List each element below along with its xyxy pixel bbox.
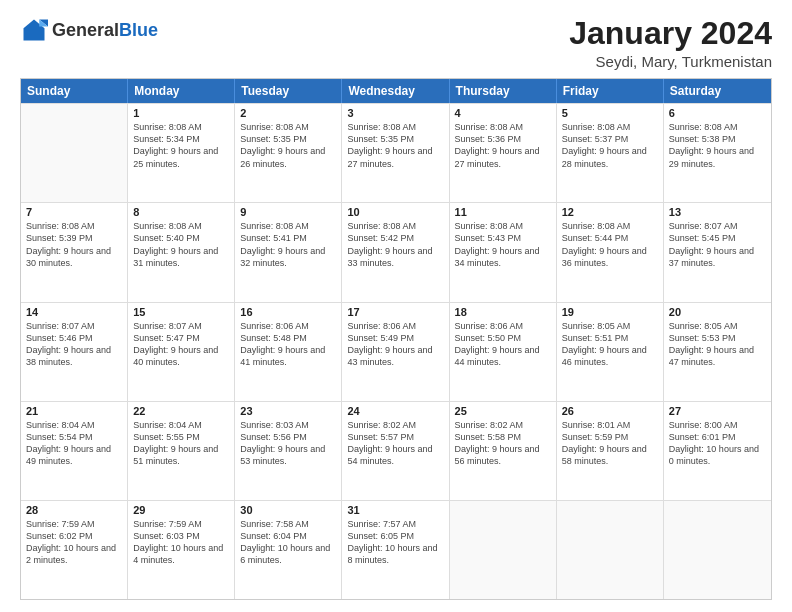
cell-sun-info: Sunrise: 7:58 AMSunset: 6:04 PMDaylight:…	[240, 518, 336, 567]
cell-sun-info: Sunrise: 8:06 AMSunset: 5:50 PMDaylight:…	[455, 320, 551, 369]
day-number: 3	[347, 107, 443, 119]
logo-icon	[20, 16, 48, 44]
day-number: 25	[455, 405, 551, 417]
cell-sun-info: Sunrise: 8:07 AMSunset: 5:46 PMDaylight:…	[26, 320, 122, 369]
cell-sun-info: Sunrise: 8:05 AMSunset: 5:51 PMDaylight:…	[562, 320, 658, 369]
table-row	[664, 501, 771, 599]
cell-sun-info: Sunrise: 8:04 AMSunset: 5:54 PMDaylight:…	[26, 419, 122, 468]
day-number: 19	[562, 306, 658, 318]
table-row: 1Sunrise: 8:08 AMSunset: 5:34 PMDaylight…	[128, 104, 235, 202]
calendar-row-1: 7Sunrise: 8:08 AMSunset: 5:39 PMDaylight…	[21, 202, 771, 301]
location-title: Seydi, Mary, Turkmenistan	[569, 53, 772, 70]
cell-sun-info: Sunrise: 8:08 AMSunset: 5:34 PMDaylight:…	[133, 121, 229, 170]
cell-sun-info: Sunrise: 8:08 AMSunset: 5:41 PMDaylight:…	[240, 220, 336, 269]
calendar-row-2: 14Sunrise: 8:07 AMSunset: 5:46 PMDayligh…	[21, 302, 771, 401]
cell-sun-info: Sunrise: 8:08 AMSunset: 5:37 PMDaylight:…	[562, 121, 658, 170]
header-day-tuesday: Tuesday	[235, 79, 342, 103]
cell-sun-info: Sunrise: 8:08 AMSunset: 5:43 PMDaylight:…	[455, 220, 551, 269]
table-row: 11Sunrise: 8:08 AMSunset: 5:43 PMDayligh…	[450, 203, 557, 301]
day-number: 14	[26, 306, 122, 318]
table-row: 31Sunrise: 7:57 AMSunset: 6:05 PMDayligh…	[342, 501, 449, 599]
day-number: 7	[26, 206, 122, 218]
table-row: 3Sunrise: 8:08 AMSunset: 5:35 PMDaylight…	[342, 104, 449, 202]
table-row: 12Sunrise: 8:08 AMSunset: 5:44 PMDayligh…	[557, 203, 664, 301]
cell-sun-info: Sunrise: 8:00 AMSunset: 6:01 PMDaylight:…	[669, 419, 766, 468]
table-row: 25Sunrise: 8:02 AMSunset: 5:58 PMDayligh…	[450, 402, 557, 500]
calendar: SundayMondayTuesdayWednesdayThursdayFrid…	[20, 78, 772, 600]
cell-sun-info: Sunrise: 8:06 AMSunset: 5:48 PMDaylight:…	[240, 320, 336, 369]
table-row: 18Sunrise: 8:06 AMSunset: 5:50 PMDayligh…	[450, 303, 557, 401]
table-row: 13Sunrise: 8:07 AMSunset: 5:45 PMDayligh…	[664, 203, 771, 301]
calendar-header: SundayMondayTuesdayWednesdayThursdayFrid…	[21, 79, 771, 103]
table-row: 4Sunrise: 8:08 AMSunset: 5:36 PMDaylight…	[450, 104, 557, 202]
logo: GeneralBlue	[20, 16, 158, 44]
day-number: 23	[240, 405, 336, 417]
table-row	[21, 104, 128, 202]
header-day-thursday: Thursday	[450, 79, 557, 103]
calendar-row-4: 28Sunrise: 7:59 AMSunset: 6:02 PMDayligh…	[21, 500, 771, 599]
cell-sun-info: Sunrise: 8:08 AMSunset: 5:35 PMDaylight:…	[240, 121, 336, 170]
day-number: 21	[26, 405, 122, 417]
calendar-body: 1Sunrise: 8:08 AMSunset: 5:34 PMDaylight…	[21, 103, 771, 599]
cell-sun-info: Sunrise: 8:01 AMSunset: 5:59 PMDaylight:…	[562, 419, 658, 468]
table-row: 7Sunrise: 8:08 AMSunset: 5:39 PMDaylight…	[21, 203, 128, 301]
logo-general: General	[52, 20, 119, 40]
cell-sun-info: Sunrise: 8:03 AMSunset: 5:56 PMDaylight:…	[240, 419, 336, 468]
day-number: 26	[562, 405, 658, 417]
day-number: 4	[455, 107, 551, 119]
cell-sun-info: Sunrise: 8:08 AMSunset: 5:44 PMDaylight:…	[562, 220, 658, 269]
day-number: 24	[347, 405, 443, 417]
cell-sun-info: Sunrise: 8:02 AMSunset: 5:57 PMDaylight:…	[347, 419, 443, 468]
table-row: 5Sunrise: 8:08 AMSunset: 5:37 PMDaylight…	[557, 104, 664, 202]
table-row: 26Sunrise: 8:01 AMSunset: 5:59 PMDayligh…	[557, 402, 664, 500]
cell-sun-info: Sunrise: 8:08 AMSunset: 5:35 PMDaylight:…	[347, 121, 443, 170]
day-number: 11	[455, 206, 551, 218]
table-row: 23Sunrise: 8:03 AMSunset: 5:56 PMDayligh…	[235, 402, 342, 500]
header-day-friday: Friday	[557, 79, 664, 103]
day-number: 20	[669, 306, 766, 318]
table-row: 20Sunrise: 8:05 AMSunset: 5:53 PMDayligh…	[664, 303, 771, 401]
cell-sun-info: Sunrise: 8:08 AMSunset: 5:40 PMDaylight:…	[133, 220, 229, 269]
header-day-wednesday: Wednesday	[342, 79, 449, 103]
day-number: 13	[669, 206, 766, 218]
calendar-row-0: 1Sunrise: 8:08 AMSunset: 5:34 PMDaylight…	[21, 103, 771, 202]
table-row: 22Sunrise: 8:04 AMSunset: 5:55 PMDayligh…	[128, 402, 235, 500]
cell-sun-info: Sunrise: 8:05 AMSunset: 5:53 PMDaylight:…	[669, 320, 766, 369]
day-number: 8	[133, 206, 229, 218]
table-row: 17Sunrise: 8:06 AMSunset: 5:49 PMDayligh…	[342, 303, 449, 401]
cell-sun-info: Sunrise: 8:08 AMSunset: 5:36 PMDaylight:…	[455, 121, 551, 170]
table-row: 14Sunrise: 8:07 AMSunset: 5:46 PMDayligh…	[21, 303, 128, 401]
cell-sun-info: Sunrise: 7:57 AMSunset: 6:05 PMDaylight:…	[347, 518, 443, 567]
table-row: 8Sunrise: 8:08 AMSunset: 5:40 PMDaylight…	[128, 203, 235, 301]
header-day-sunday: Sunday	[21, 79, 128, 103]
day-number: 28	[26, 504, 122, 516]
table-row: 28Sunrise: 7:59 AMSunset: 6:02 PMDayligh…	[21, 501, 128, 599]
day-number: 30	[240, 504, 336, 516]
day-number: 15	[133, 306, 229, 318]
title-block: January 2024 Seydi, Mary, Turkmenistan	[569, 16, 772, 70]
day-number: 1	[133, 107, 229, 119]
day-number: 31	[347, 504, 443, 516]
day-number: 27	[669, 405, 766, 417]
table-row: 16Sunrise: 8:06 AMSunset: 5:48 PMDayligh…	[235, 303, 342, 401]
day-number: 12	[562, 206, 658, 218]
header-day-monday: Monday	[128, 79, 235, 103]
cell-sun-info: Sunrise: 7:59 AMSunset: 6:02 PMDaylight:…	[26, 518, 122, 567]
day-number: 22	[133, 405, 229, 417]
table-row	[450, 501, 557, 599]
table-row: 9Sunrise: 8:08 AMSunset: 5:41 PMDaylight…	[235, 203, 342, 301]
cell-sun-info: Sunrise: 8:08 AMSunset: 5:39 PMDaylight:…	[26, 220, 122, 269]
cell-sun-info: Sunrise: 8:04 AMSunset: 5:55 PMDaylight:…	[133, 419, 229, 468]
cell-sun-info: Sunrise: 8:06 AMSunset: 5:49 PMDaylight:…	[347, 320, 443, 369]
table-row: 6Sunrise: 8:08 AMSunset: 5:38 PMDaylight…	[664, 104, 771, 202]
logo-blue: Blue	[119, 20, 158, 40]
cell-sun-info: Sunrise: 7:59 AMSunset: 6:03 PMDaylight:…	[133, 518, 229, 567]
table-row: 10Sunrise: 8:08 AMSunset: 5:42 PMDayligh…	[342, 203, 449, 301]
header: GeneralBlue January 2024 Seydi, Mary, Tu…	[20, 16, 772, 70]
month-title: January 2024	[569, 16, 772, 51]
cell-sun-info: Sunrise: 8:08 AMSunset: 5:42 PMDaylight:…	[347, 220, 443, 269]
day-number: 16	[240, 306, 336, 318]
table-row	[557, 501, 664, 599]
table-row: 30Sunrise: 7:58 AMSunset: 6:04 PMDayligh…	[235, 501, 342, 599]
table-row: 19Sunrise: 8:05 AMSunset: 5:51 PMDayligh…	[557, 303, 664, 401]
